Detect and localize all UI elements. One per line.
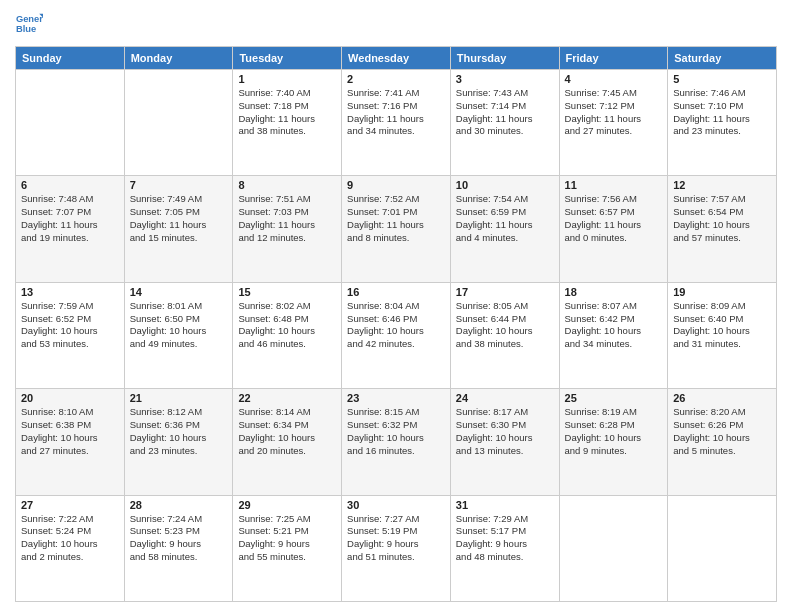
day-info: Sunrise: 7:22 AM Sunset: 5:24 PM Dayligh… xyxy=(21,513,119,564)
day-info: Sunrise: 7:54 AM Sunset: 6:59 PM Dayligh… xyxy=(456,193,554,244)
weekday-header-wednesday: Wednesday xyxy=(342,47,451,70)
day-info: Sunrise: 7:29 AM Sunset: 5:17 PM Dayligh… xyxy=(456,513,554,564)
svg-text:Blue: Blue xyxy=(16,24,36,34)
header: General Blue xyxy=(15,10,777,38)
day-info: Sunrise: 8:15 AM Sunset: 6:32 PM Dayligh… xyxy=(347,406,445,457)
day-number: 29 xyxy=(238,499,336,511)
calendar-cell: 27Sunrise: 7:22 AM Sunset: 5:24 PM Dayli… xyxy=(16,495,125,601)
day-info: Sunrise: 8:14 AM Sunset: 6:34 PM Dayligh… xyxy=(238,406,336,457)
day-number: 19 xyxy=(673,286,771,298)
day-info: Sunrise: 7:52 AM Sunset: 7:01 PM Dayligh… xyxy=(347,193,445,244)
day-info: Sunrise: 8:07 AM Sunset: 6:42 PM Dayligh… xyxy=(565,300,663,351)
day-number: 16 xyxy=(347,286,445,298)
page: General Blue SundayMondayTuesdayWednesda… xyxy=(0,0,792,612)
day-info: Sunrise: 7:40 AM Sunset: 7:18 PM Dayligh… xyxy=(238,87,336,138)
calendar-cell: 21Sunrise: 8:12 AM Sunset: 6:36 PM Dayli… xyxy=(124,389,233,495)
day-info: Sunrise: 8:05 AM Sunset: 6:44 PM Dayligh… xyxy=(456,300,554,351)
weekday-header-friday: Friday xyxy=(559,47,668,70)
calendar-cell: 7Sunrise: 7:49 AM Sunset: 7:05 PM Daylig… xyxy=(124,176,233,282)
calendar-cell: 1Sunrise: 7:40 AM Sunset: 7:18 PM Daylig… xyxy=(233,70,342,176)
calendar-cell: 3Sunrise: 7:43 AM Sunset: 7:14 PM Daylig… xyxy=(450,70,559,176)
calendar-cell: 11Sunrise: 7:56 AM Sunset: 6:57 PM Dayli… xyxy=(559,176,668,282)
calendar-cell: 4Sunrise: 7:45 AM Sunset: 7:12 PM Daylig… xyxy=(559,70,668,176)
calendar-cell: 30Sunrise: 7:27 AM Sunset: 5:19 PM Dayli… xyxy=(342,495,451,601)
day-number: 10 xyxy=(456,179,554,191)
day-number: 31 xyxy=(456,499,554,511)
day-number: 28 xyxy=(130,499,228,511)
day-info: Sunrise: 7:24 AM Sunset: 5:23 PM Dayligh… xyxy=(130,513,228,564)
day-number: 3 xyxy=(456,73,554,85)
calendar-cell: 15Sunrise: 8:02 AM Sunset: 6:48 PM Dayli… xyxy=(233,282,342,388)
calendar-cell xyxy=(16,70,125,176)
calendar-cell: 26Sunrise: 8:20 AM Sunset: 6:26 PM Dayli… xyxy=(668,389,777,495)
day-number: 23 xyxy=(347,392,445,404)
weekday-header-saturday: Saturday xyxy=(668,47,777,70)
day-info: Sunrise: 7:46 AM Sunset: 7:10 PM Dayligh… xyxy=(673,87,771,138)
day-number: 6 xyxy=(21,179,119,191)
calendar-cell: 18Sunrise: 8:07 AM Sunset: 6:42 PM Dayli… xyxy=(559,282,668,388)
day-info: Sunrise: 8:19 AM Sunset: 6:28 PM Dayligh… xyxy=(565,406,663,457)
day-number: 24 xyxy=(456,392,554,404)
weekday-header-monday: Monday xyxy=(124,47,233,70)
calendar-cell: 5Sunrise: 7:46 AM Sunset: 7:10 PM Daylig… xyxy=(668,70,777,176)
weekday-header-row: SundayMondayTuesdayWednesdayThursdayFrid… xyxy=(16,47,777,70)
calendar-cell: 14Sunrise: 8:01 AM Sunset: 6:50 PM Dayli… xyxy=(124,282,233,388)
calendar-cell: 29Sunrise: 7:25 AM Sunset: 5:21 PM Dayli… xyxy=(233,495,342,601)
calendar-cell: 8Sunrise: 7:51 AM Sunset: 7:03 PM Daylig… xyxy=(233,176,342,282)
week-row-5: 27Sunrise: 7:22 AM Sunset: 5:24 PM Dayli… xyxy=(16,495,777,601)
logo: General Blue xyxy=(15,10,43,38)
calendar-cell xyxy=(668,495,777,601)
weekday-header-sunday: Sunday xyxy=(16,47,125,70)
day-info: Sunrise: 8:09 AM Sunset: 6:40 PM Dayligh… xyxy=(673,300,771,351)
day-number: 1 xyxy=(238,73,336,85)
calendar-cell: 12Sunrise: 7:57 AM Sunset: 6:54 PM Dayli… xyxy=(668,176,777,282)
day-number: 11 xyxy=(565,179,663,191)
day-number: 13 xyxy=(21,286,119,298)
day-info: Sunrise: 7:45 AM Sunset: 7:12 PM Dayligh… xyxy=(565,87,663,138)
day-info: Sunrise: 7:51 AM Sunset: 7:03 PM Dayligh… xyxy=(238,193,336,244)
weekday-header-thursday: Thursday xyxy=(450,47,559,70)
calendar-cell: 22Sunrise: 8:14 AM Sunset: 6:34 PM Dayli… xyxy=(233,389,342,495)
calendar-cell: 25Sunrise: 8:19 AM Sunset: 6:28 PM Dayli… xyxy=(559,389,668,495)
calendar-cell xyxy=(559,495,668,601)
day-info: Sunrise: 7:48 AM Sunset: 7:07 PM Dayligh… xyxy=(21,193,119,244)
logo-icon: General Blue xyxy=(15,10,43,38)
day-info: Sunrise: 7:25 AM Sunset: 5:21 PM Dayligh… xyxy=(238,513,336,564)
week-row-4: 20Sunrise: 8:10 AM Sunset: 6:38 PM Dayli… xyxy=(16,389,777,495)
day-number: 26 xyxy=(673,392,771,404)
day-number: 8 xyxy=(238,179,336,191)
day-number: 20 xyxy=(21,392,119,404)
day-number: 14 xyxy=(130,286,228,298)
weekday-header-tuesday: Tuesday xyxy=(233,47,342,70)
day-number: 9 xyxy=(347,179,445,191)
calendar-cell: 24Sunrise: 8:17 AM Sunset: 6:30 PM Dayli… xyxy=(450,389,559,495)
day-info: Sunrise: 7:43 AM Sunset: 7:14 PM Dayligh… xyxy=(456,87,554,138)
day-info: Sunrise: 8:10 AM Sunset: 6:38 PM Dayligh… xyxy=(21,406,119,457)
day-info: Sunrise: 8:20 AM Sunset: 6:26 PM Dayligh… xyxy=(673,406,771,457)
day-number: 25 xyxy=(565,392,663,404)
day-number: 30 xyxy=(347,499,445,511)
calendar-cell: 23Sunrise: 8:15 AM Sunset: 6:32 PM Dayli… xyxy=(342,389,451,495)
day-number: 4 xyxy=(565,73,663,85)
day-info: Sunrise: 7:59 AM Sunset: 6:52 PM Dayligh… xyxy=(21,300,119,351)
day-number: 22 xyxy=(238,392,336,404)
day-number: 27 xyxy=(21,499,119,511)
day-number: 7 xyxy=(130,179,228,191)
calendar: SundayMondayTuesdayWednesdayThursdayFrid… xyxy=(15,46,777,602)
day-info: Sunrise: 7:41 AM Sunset: 7:16 PM Dayligh… xyxy=(347,87,445,138)
day-info: Sunrise: 7:56 AM Sunset: 6:57 PM Dayligh… xyxy=(565,193,663,244)
calendar-cell: 17Sunrise: 8:05 AM Sunset: 6:44 PM Dayli… xyxy=(450,282,559,388)
day-number: 21 xyxy=(130,392,228,404)
day-info: Sunrise: 8:02 AM Sunset: 6:48 PM Dayligh… xyxy=(238,300,336,351)
calendar-cell: 20Sunrise: 8:10 AM Sunset: 6:38 PM Dayli… xyxy=(16,389,125,495)
day-number: 12 xyxy=(673,179,771,191)
day-number: 5 xyxy=(673,73,771,85)
day-number: 15 xyxy=(238,286,336,298)
calendar-cell: 9Sunrise: 7:52 AM Sunset: 7:01 PM Daylig… xyxy=(342,176,451,282)
day-info: Sunrise: 7:57 AM Sunset: 6:54 PM Dayligh… xyxy=(673,193,771,244)
day-number: 18 xyxy=(565,286,663,298)
day-info: Sunrise: 8:17 AM Sunset: 6:30 PM Dayligh… xyxy=(456,406,554,457)
calendar-cell: 10Sunrise: 7:54 AM Sunset: 6:59 PM Dayli… xyxy=(450,176,559,282)
calendar-cell: 2Sunrise: 7:41 AM Sunset: 7:16 PM Daylig… xyxy=(342,70,451,176)
day-info: Sunrise: 8:12 AM Sunset: 6:36 PM Dayligh… xyxy=(130,406,228,457)
